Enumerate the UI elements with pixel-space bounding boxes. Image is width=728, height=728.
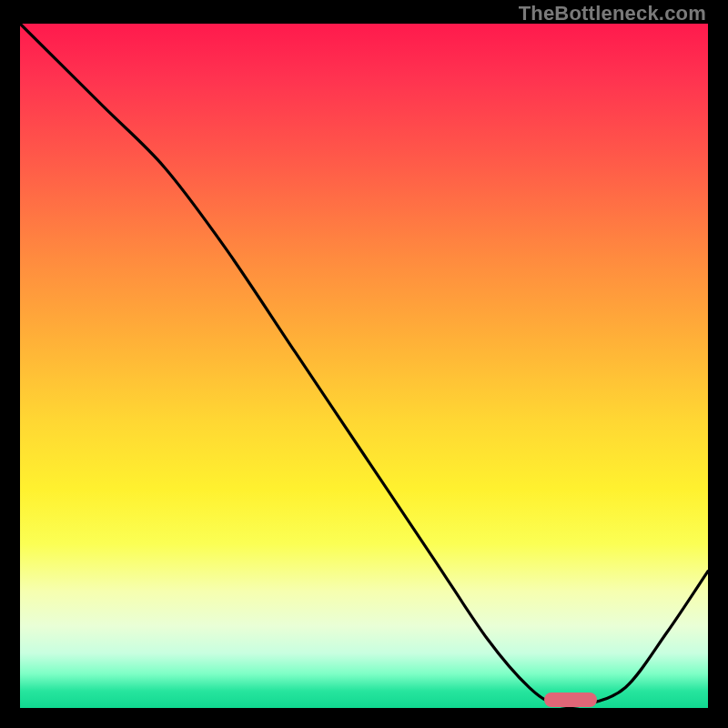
chart-container: TheBottleneck.com: [0, 0, 728, 728]
plot-area: [20, 24, 708, 708]
bottleneck-curve: [20, 24, 708, 707]
optimal-range-marker: [544, 693, 597, 707]
watermark-text: TheBottleneck.com: [519, 2, 706, 25]
curve-svg: [20, 24, 708, 708]
